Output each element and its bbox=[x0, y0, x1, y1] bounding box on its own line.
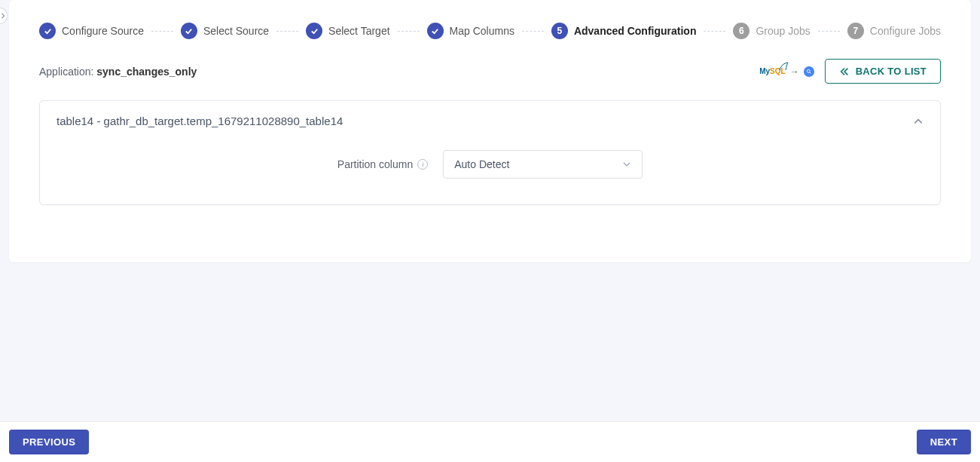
select-value: Auto Detect bbox=[454, 158, 509, 170]
partition-column-select[interactable]: Auto Detect bbox=[443, 150, 643, 179]
chevron-up-icon bbox=[913, 116, 924, 127]
check-icon bbox=[306, 23, 322, 39]
step-connector bbox=[398, 31, 420, 32]
step-connector bbox=[704, 31, 725, 32]
step-advanced-configuration[interactable]: 5 Advanced Configuration bbox=[551, 23, 697, 39]
arrow-right-icon: → bbox=[790, 66, 799, 77]
step-connector bbox=[522, 31, 544, 32]
wizard-footer: PREVIOUS NEXT bbox=[0, 421, 980, 462]
main-card: Configure Source Select Source Select Ta… bbox=[9, 0, 971, 262]
step-map-columns[interactable]: Map Columns bbox=[427, 23, 514, 39]
next-button[interactable]: NEXT bbox=[917, 430, 971, 454]
application-name: sync_changes_only bbox=[96, 66, 197, 78]
step-group-jobs: 6 Group Jobs bbox=[733, 23, 810, 39]
panel-title: table14 - gathr_db_target.temp_167921102… bbox=[56, 115, 343, 127]
panel-header[interactable]: table14 - gathr_db_target.temp_167921102… bbox=[40, 101, 940, 132]
bigquery-icon bbox=[804, 66, 814, 77]
step-number-badge: 6 bbox=[733, 23, 750, 39]
mysql-icon: MySQL bbox=[759, 67, 785, 75]
application-label: Application: sync_changes_only bbox=[39, 66, 197, 78]
check-icon bbox=[181, 23, 197, 39]
step-connector bbox=[276, 31, 298, 32]
previous-button[interactable]: PREVIOUS bbox=[9, 430, 89, 454]
table-config-panel: table14 - gathr_db_target.temp_167921102… bbox=[39, 100, 941, 205]
info-icon[interactable]: i bbox=[417, 159, 428, 170]
step-number-badge: 7 bbox=[847, 23, 864, 39]
step-select-source[interactable]: Select Source bbox=[181, 23, 269, 39]
back-to-list-button[interactable]: BACK TO LIST bbox=[825, 59, 941, 84]
step-label: Map Columns bbox=[450, 25, 514, 37]
wizard-stepper: Configure Source Select Source Select Ta… bbox=[39, 23, 941, 39]
step-select-target[interactable]: Select Target bbox=[306, 23, 389, 39]
step-label: Select Source bbox=[203, 25, 269, 37]
check-icon bbox=[39, 23, 56, 39]
step-label: Configure Jobs bbox=[870, 25, 941, 37]
panel-body: Partition column i Auto Detect bbox=[40, 132, 940, 204]
chevron-down-icon bbox=[622, 160, 631, 169]
svg-line-1 bbox=[809, 72, 811, 73]
application-prefix: Application: bbox=[39, 66, 96, 78]
double-chevron-left-icon bbox=[839, 66, 850, 77]
application-right: MySQL → BACK TO LIST bbox=[759, 59, 941, 84]
partition-column-label: Partition column i bbox=[337, 158, 428, 170]
step-connector bbox=[818, 31, 840, 32]
check-icon bbox=[427, 23, 444, 39]
step-number-badge: 5 bbox=[551, 23, 568, 39]
back-to-list-label: BACK TO LIST bbox=[856, 66, 927, 77]
step-label: Select Target bbox=[328, 25, 389, 37]
step-configure-jobs: 7 Configure Jobs bbox=[847, 23, 941, 39]
application-row: Application: sync_changes_only MySQL → B… bbox=[39, 59, 941, 84]
source-target-indicator: MySQL → bbox=[759, 66, 814, 77]
field-label-text: Partition column bbox=[337, 158, 413, 170]
step-configure-source[interactable]: Configure Source bbox=[39, 23, 144, 39]
chevron-right-icon bbox=[0, 13, 6, 19]
step-label: Configure Source bbox=[62, 25, 144, 37]
step-label: Advanced Configuration bbox=[574, 25, 697, 37]
expand-sidebar-handle[interactable] bbox=[0, 8, 8, 24]
step-connector bbox=[151, 31, 173, 32]
step-label: Group Jobs bbox=[756, 25, 810, 37]
